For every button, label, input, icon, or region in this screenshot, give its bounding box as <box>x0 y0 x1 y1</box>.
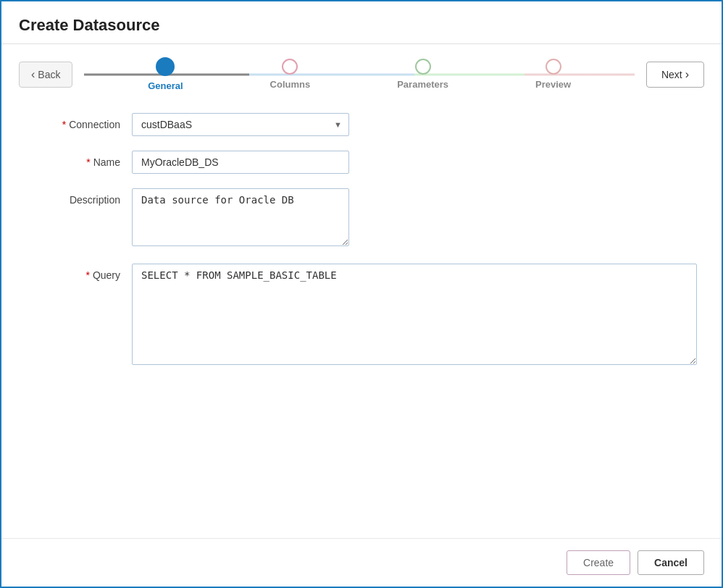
steps: General Columns Parameters Preview <box>148 57 571 91</box>
connection-label: *Connection <box>30 113 132 130</box>
step-circle-parameters <box>415 59 431 75</box>
description-label: Description <box>30 188 132 206</box>
back-button[interactable]: Back <box>19 62 72 88</box>
step-circle-columns <box>282 59 298 75</box>
description-textarea[interactable]: Data source for Oracle DB <box>132 188 349 246</box>
connection-required: * <box>62 119 66 130</box>
query-textarea[interactable]: SELECT * FROM SAMPLE_BASIC_TABLE <box>132 264 697 365</box>
connection-select[interactable]: custDBaaS OracleDB MySQL <box>132 113 349 136</box>
step-circle-preview <box>546 59 561 75</box>
step-label-preview: Preview <box>535 79 571 90</box>
next-button[interactable]: Next <box>646 62 704 88</box>
step-general[interactable]: General <box>148 57 183 91</box>
name-label: *Name <box>30 151 132 168</box>
step-label-general: General <box>148 80 183 91</box>
name-row: *Name <box>30 151 693 174</box>
wizard-nav: Back General Columns Parameters <box>1 44 722 98</box>
query-control: SELECT * FROM SAMPLE_BASIC_TABLE <box>132 264 697 368</box>
description-control: Data source for Oracle DB <box>132 188 693 249</box>
step-parameters[interactable]: Parameters <box>397 59 448 90</box>
back-label: Back <box>38 69 60 80</box>
dialog-title: Create Datasource <box>19 16 704 35</box>
steps-container: General Columns Parameters Preview <box>84 57 634 91</box>
step-label-columns: Columns <box>270 79 311 90</box>
connection-control: custDBaaS OracleDB MySQL <box>132 113 693 136</box>
form-area: *Connection custDBaaS OracleDB MySQL *Na… <box>1 98 722 538</box>
query-row: *Query SELECT * FROM SAMPLE_BASIC_TABLE <box>30 264 693 368</box>
query-label: *Query <box>30 264 132 281</box>
step-preview[interactable]: Preview <box>535 59 571 90</box>
name-required: * <box>86 156 90 168</box>
connection-row: *Connection custDBaaS OracleDB MySQL <box>30 113 693 136</box>
chevron-left-icon <box>31 68 35 81</box>
chevron-right-icon <box>685 68 689 81</box>
connection-select-wrapper: custDBaaS OracleDB MySQL <box>132 113 349 136</box>
name-control <box>132 151 693 174</box>
next-label: Next <box>661 69 682 80</box>
create-button[interactable]: Create <box>567 550 630 575</box>
step-label-parameters: Parameters <box>397 79 448 90</box>
dialog-footer: Create Cancel <box>1 538 722 587</box>
create-datasource-dialog: Create Datasource Back General Columns <box>0 0 723 588</box>
dialog-header: Create Datasource <box>1 1 722 44</box>
step-circle-general <box>156 57 175 76</box>
cancel-button[interactable]: Cancel <box>638 550 704 575</box>
name-input[interactable] <box>132 151 349 174</box>
query-required: * <box>85 269 89 281</box>
description-row: Description Data source for Oracle DB <box>30 188 693 249</box>
step-columns[interactable]: Columns <box>270 59 311 90</box>
